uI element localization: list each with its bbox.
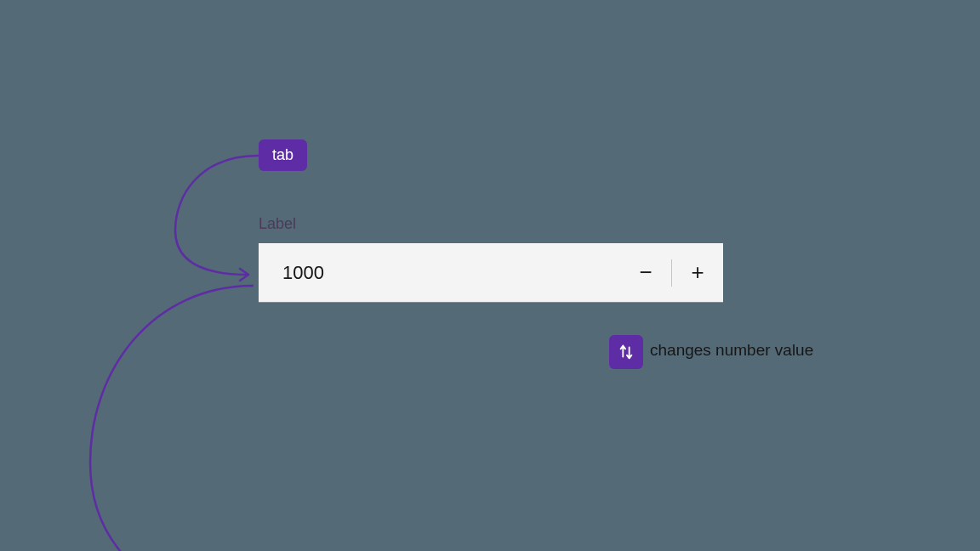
arrow-keys-badge — [609, 335, 643, 369]
field-label: Label — [259, 215, 296, 233]
number-input[interactable]: − + — [259, 243, 723, 303]
decrement-button[interactable]: − — [620, 243, 671, 302]
flow-curve-bottom — [85, 284, 272, 551]
tab-key-label: tab — [272, 146, 293, 163]
number-input-field[interactable] — [259, 262, 620, 284]
stepper-controls: − + — [620, 243, 723, 302]
up-down-arrows-icon — [617, 343, 635, 361]
arrow-keys-description: changes number value — [650, 341, 813, 360]
increment-button[interactable]: + — [672, 243, 723, 302]
minus-icon: − — [639, 259, 652, 286]
tab-key-badge: tab — [259, 139, 307, 171]
plus-icon: + — [691, 259, 704, 286]
